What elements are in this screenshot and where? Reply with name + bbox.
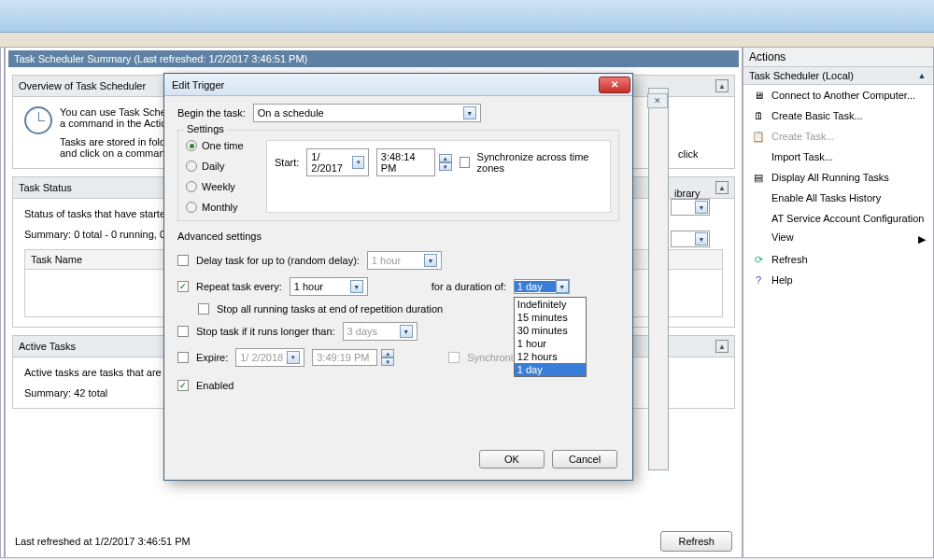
duration-combo[interactable]: 1 day ▼ Indefinitely 15 minutes 30 minut… <box>514 279 570 294</box>
advanced-header: Advanced settings <box>177 231 619 242</box>
bg-text: ibrary <box>674 188 700 199</box>
stop-if-label: Stop task if it runs longer than: <box>196 326 335 337</box>
action-create-basic[interactable]: 🗓Create Basic Task... <box>743 105 933 126</box>
radio-icon <box>186 202 197 213</box>
begin-task-label: Begin the task: <box>177 107 246 119</box>
action-at-service[interactable]: AT Service Account Configuration <box>743 208 933 229</box>
actions-subheader[interactable]: Task Scheduler (Local) ▲ <box>743 67 933 85</box>
clock-icon <box>24 106 52 134</box>
duration-option[interactable]: 15 minutes <box>515 311 586 324</box>
radio-icon <box>186 181 197 192</box>
radio-daily[interactable]: Daily <box>186 161 266 172</box>
action-refresh[interactable]: ⟳Refresh <box>743 249 933 270</box>
duration-label: for a duration of: <box>432 281 506 292</box>
spin-down-icon: ▼ <box>381 357 394 366</box>
radio-onetime[interactable]: One time <box>186 140 266 151</box>
time-spinner[interactable]: ▲▼ <box>381 349 394 366</box>
action-import[interactable]: Import Task... <box>743 147 933 167</box>
cancel-button[interactable]: Cancel <box>552 450 617 469</box>
action-enable-history[interactable]: Enable All Tasks History <box>743 188 933 208</box>
task-icon: 📋 <box>751 129 766 144</box>
chevron-down-icon: ▼ <box>556 280 569 293</box>
duration-option[interactable]: 12 hours <box>515 350 586 363</box>
edit-trigger-dialog: Edit Trigger ✕ Begin the task: On a sche… <box>163 73 633 481</box>
import-icon <box>751 149 766 164</box>
stop-if-combo[interactable]: 3 days▼ <box>343 322 417 341</box>
collapse-icon[interactable]: ▲ <box>715 181 729 194</box>
stop-all-checkbox[interactable] <box>198 303 209 315</box>
close-button[interactable]: ✕ <box>599 77 630 93</box>
duration-option[interactable]: Indefinitely <box>515 298 586 311</box>
overview-text: and click on a command <box>60 147 179 159</box>
action-display-running[interactable]: ▤Display All Running Tasks <box>743 167 933 188</box>
window-toolbar <box>0 33 934 47</box>
spin-down-icon: ▼ <box>439 162 452 171</box>
expire-label: Expire: <box>196 352 228 363</box>
overview-title: Overview of Task Scheduler <box>19 80 146 91</box>
calendar-icon: ▾ <box>352 156 363 169</box>
expire-time-input[interactable]: 3:49:19 PM <box>312 349 377 366</box>
repeat-combo[interactable]: 1 hour▼ <box>290 277 368 296</box>
overview-text: You can use Task Schedul <box>60 106 179 118</box>
duration-option[interactable]: 1 hour <box>515 337 586 350</box>
last-refreshed-text: Last refreshed at 1/2/2017 3:46:51 PM <box>15 536 191 547</box>
stop-all-label: Stop all running tasks at end of repetit… <box>217 303 443 315</box>
action-help[interactable]: ?Help <box>743 270 933 290</box>
ok-button[interactable]: OK <box>479 450 545 469</box>
chevron-down-icon: ▼ <box>424 254 437 267</box>
duration-option[interactable]: 30 minutes <box>515 324 586 337</box>
spin-up-icon: ▲ <box>381 349 394 357</box>
refresh-button[interactable]: Refresh <box>660 531 732 552</box>
radio-icon <box>186 140 197 151</box>
background-combo[interactable]: ▼ <box>671 199 710 216</box>
radio-monthly[interactable]: Monthly <box>186 202 266 213</box>
begin-task-combo[interactable]: On a schedule ▼ <box>253 104 481 122</box>
chevron-down-icon: ▼ <box>350 280 363 293</box>
time-spinner[interactable]: ▲▼ <box>439 154 452 171</box>
blank-icon <box>751 231 766 246</box>
repeat-checkbox[interactable] <box>177 281 189 292</box>
bg-text: click <box>678 148 698 160</box>
chevron-down-icon: ▼ <box>463 106 476 119</box>
duration-dropdown-list: Indefinitely 15 minutes 30 minutes 1 hou… <box>514 297 587 377</box>
actions-header: Actions <box>743 48 933 67</box>
expire-date-input[interactable]: 1/ 2/2018▾ <box>235 348 304 367</box>
calendar-icon: ▾ <box>287 351 300 364</box>
chevron-down-icon: ▼ <box>695 201 708 214</box>
action-connect[interactable]: 🖥Connect to Another Computer... <box>743 85 933 105</box>
collapse-icon[interactable]: ▲ <box>715 79 729 92</box>
duration-option[interactable]: 1 day <box>515 363 586 376</box>
overview-text: a command in the Action <box>60 118 179 129</box>
background-combo[interactable]: ▼ <box>671 231 710 247</box>
overview-text: Tasks are stored in folde <box>60 136 179 147</box>
expire-sync-checkbox <box>448 352 460 363</box>
chevron-down-icon: ▼ <box>400 325 413 338</box>
action-create-task: 📋Create Task... <box>743 126 933 147</box>
refresh-icon: ⟳ <box>751 252 766 267</box>
start-time-input[interactable]: 3:48:14 PM <box>376 148 435 176</box>
expire-checkbox[interactable] <box>177 352 189 363</box>
summary-bar: Task Scheduler Summary (Last refreshed: … <box>8 50 739 67</box>
settings-group: Settings One time Daily Weekly Monthly S… <box>177 130 619 221</box>
window-titlebar <box>0 0 934 33</box>
task-status-title: Task Status <box>19 182 72 193</box>
enabled-checkbox[interactable] <box>177 380 189 391</box>
delay-checkbox[interactable] <box>177 255 189 266</box>
computer-icon: 🖥 <box>751 88 766 103</box>
delay-label: Delay task for up to (random delay): <box>196 255 360 266</box>
action-view[interactable]: View▶ <box>743 229 933 249</box>
collapse-icon[interactable]: ▲ <box>715 340 729 353</box>
background-close-icon[interactable]: ✕ <box>647 93 668 108</box>
active-tasks-title: Active Tasks <box>19 341 76 352</box>
delay-combo[interactable]: 1 hour▼ <box>367 251 442 270</box>
collapse-icon[interactable]: ▲ <box>916 70 927 81</box>
stop-if-checkbox[interactable] <box>177 326 189 337</box>
enabled-label: Enabled <box>196 380 234 391</box>
start-date-input[interactable]: 1/ 2/2017▾ <box>306 148 369 176</box>
dialog-title: Edit Trigger <box>172 79 224 91</box>
settings-label: Settings <box>184 123 227 134</box>
sync-tz-checkbox[interactable] <box>460 157 470 168</box>
start-label: Start: <box>275 157 299 168</box>
repeat-label: Repeat task every: <box>196 281 282 292</box>
radio-weekly[interactable]: Weekly <box>186 181 266 192</box>
